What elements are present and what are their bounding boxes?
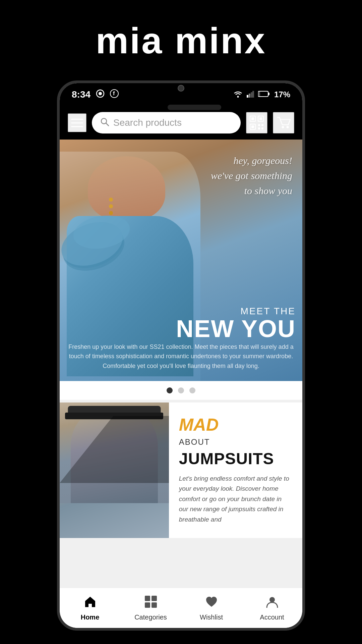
svg-point-25 <box>287 126 289 128</box>
second-banner[interactable]: MAD ABOUT JUMPSUITS Let's bring endless … <box>60 402 302 538</box>
second-banner-description: Let's bring endless comfort and style to… <box>179 474 292 525</box>
second-banner-text: MAD ABOUT JUMPSUITS Let's bring endless … <box>169 402 302 538</box>
signal-icon <box>247 90 254 99</box>
speaker <box>168 105 221 110</box>
categories-icon <box>144 595 158 611</box>
hero-banner[interactable]: hey, gorgeous! we've got something to sh… <box>60 140 302 381</box>
svg-rect-10 <box>258 92 260 96</box>
home-icon <box>83 595 97 611</box>
svg-point-30 <box>269 597 275 602</box>
battery-text: 17% <box>274 90 290 99</box>
hero-script-line2: we've got something <box>211 168 292 183</box>
menu-line <box>71 119 83 120</box>
qr-scan-button[interactable] <box>246 112 267 133</box>
mad-text: MAD <box>179 416 292 433</box>
app-header: Search products <box>60 106 302 140</box>
svg-rect-27 <box>152 596 157 601</box>
notification-icon <box>96 89 105 100</box>
svg-point-24 <box>282 126 284 128</box>
brand-logo: mia minx <box>96 19 266 62</box>
camera <box>178 85 184 92</box>
wifi-icon <box>233 90 243 99</box>
svg-text:f: f <box>113 91 115 96</box>
svg-rect-11 <box>268 93 269 95</box>
svg-rect-8 <box>252 91 254 98</box>
account-icon <box>265 595 279 611</box>
search-input[interactable]: Search products <box>113 117 182 128</box>
svg-rect-29 <box>152 602 157 608</box>
cart-button[interactable] <box>273 112 294 133</box>
svg-rect-6 <box>249 94 250 98</box>
carousel-dot-1[interactable] <box>167 387 173 393</box>
hero-script-line1: hey, gorgeous! <box>211 153 292 168</box>
carousel-dots <box>60 381 302 400</box>
carousel-dot-3[interactable] <box>189 387 195 393</box>
svg-rect-7 <box>251 92 252 98</box>
svg-rect-5 <box>247 95 248 98</box>
carousel-dot-2[interactable] <box>178 387 184 393</box>
status-time: 8:34 <box>72 89 90 100</box>
phone-screen: 8:34 f 17% <box>60 83 302 628</box>
svg-point-1 <box>99 92 102 95</box>
search-bar[interactable]: Search products <box>92 112 241 133</box>
nav-item-home[interactable]: Home <box>60 595 120 621</box>
svg-rect-15 <box>251 117 254 120</box>
brand-header: mia minx <box>0 0 362 77</box>
nav-item-wishlist[interactable]: Wishlist <box>181 595 242 621</box>
nav-item-account[interactable]: Account <box>242 595 302 621</box>
about-text: ABOUT <box>179 437 292 447</box>
svg-rect-20 <box>258 124 260 126</box>
search-icon <box>100 117 109 129</box>
battery-icon <box>258 91 270 99</box>
nav-item-categories[interactable]: Categories <box>120 595 181 621</box>
svg-rect-19 <box>251 125 254 128</box>
hero-description: Freshen up your look with our SS21 colle… <box>66 342 296 371</box>
svg-rect-21 <box>261 124 263 126</box>
second-banner-image <box>60 402 169 538</box>
nav-label-wishlist: Wishlist <box>200 613 223 621</box>
svg-rect-23 <box>261 127 263 129</box>
hero-new-you: NEW YOU <box>176 317 296 341</box>
hero-bottom-text: MEET THE NEW YOU <box>176 306 296 341</box>
svg-point-4 <box>237 96 239 98</box>
hero-script-line3: to show you <box>211 183 292 198</box>
scroll-content: hey, gorgeous! we've got something to sh… <box>60 140 302 588</box>
svg-rect-26 <box>145 596 150 601</box>
nav-label-home: Home <box>81 613 100 621</box>
svg-line-13 <box>106 123 109 126</box>
status-left: 8:34 f <box>72 89 119 100</box>
nav-label-account: Account <box>260 613 284 621</box>
jumpsuits-text: JUMPSUITS <box>179 451 292 467</box>
menu-button[interactable] <box>68 113 86 132</box>
menu-line <box>71 122 83 123</box>
wishlist-icon <box>205 595 218 611</box>
nav-label-categories: Categories <box>134 613 167 621</box>
facebook-icon: f <box>110 89 119 100</box>
hero-overlay-text: hey, gorgeous! we've got something to sh… <box>211 153 292 198</box>
svg-rect-17 <box>259 117 262 120</box>
menu-line <box>71 126 83 127</box>
svg-rect-28 <box>145 602 150 608</box>
bottom-nav: Home Categories <box>60 588 302 628</box>
phone-frame: 8:34 f 17% <box>57 80 305 631</box>
status-right: 17% <box>233 90 290 99</box>
svg-rect-22 <box>258 127 260 129</box>
